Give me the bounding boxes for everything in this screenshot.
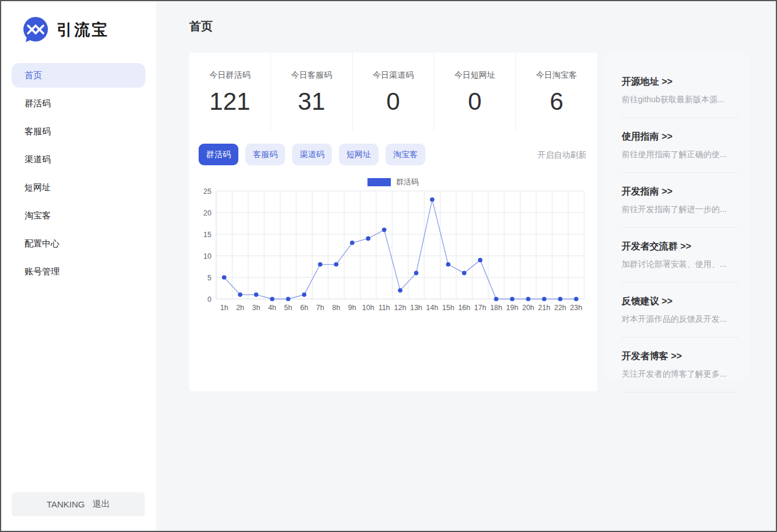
link-item-user-guide: 使用指南 >> 前往使用指南了解正确的使... [622, 118, 738, 173]
svg-text:22h: 22h [554, 304, 566, 312]
link-title[interactable]: 开发指南 >> [622, 186, 738, 198]
svg-text:20: 20 [203, 209, 211, 217]
link-title[interactable]: 开发者交流群 >> [622, 241, 738, 253]
stat-value: 0 [353, 88, 434, 116]
sidebar-item-customer-service-code[interactable]: 客服码 [12, 119, 145, 144]
link-desc: 前往使用指南了解正确的使... [622, 149, 738, 160]
svg-text:23h: 23h [570, 304, 582, 312]
stat-value: 31 [271, 88, 352, 116]
app-logo-icon [22, 17, 49, 43]
logout-label: 退出 [92, 499, 110, 510]
stat-channel-code: 今日渠道码 0 [353, 53, 435, 131]
link-title[interactable]: 反馈建议 >> [622, 295, 738, 308]
sidebar-item-taobao-affiliate[interactable]: 淘宝客 [12, 203, 145, 228]
svg-text:8h: 8h [332, 304, 340, 312]
stat-value: 121 [189, 88, 270, 116]
link-desc: 对本开源作品的反馈及开发... [622, 314, 738, 325]
svg-text:9h: 9h [348, 304, 356, 312]
link-desc: 前往开发指南了解进一步的... [622, 204, 738, 215]
svg-text:21h: 21h [538, 304, 550, 312]
link-item-dev-group: 开发者交流群 >> 加群讨论部署安装、使用、... [622, 228, 738, 283]
svg-text:10h: 10h [362, 304, 374, 312]
link-title[interactable]: 开发者博客 >> [622, 350, 738, 363]
tab-customer-service-code[interactable]: 客服码 [245, 144, 285, 165]
link-title[interactable]: 使用指南 >> [622, 131, 738, 143]
svg-text:19h: 19h [506, 304, 518, 312]
chart-tabs: 群活码 客服码 渠道码 短网址 淘宝客 [199, 144, 425, 165]
svg-text:14h: 14h [426, 304, 438, 312]
stat-taobao-affiliate: 今日淘宝客 6 [516, 53, 597, 131]
stats-row: 今日群活码 121 今日客服码 31 今日渠道码 0 今日短网址 0 今日淘宝客… [189, 53, 597, 131]
svg-text:1h: 1h [220, 304, 228, 312]
link-title[interactable]: 开源地址 >> [622, 76, 738, 88]
chart-svg: 05101520251h2h3h4h5h6h7h8h9h10h11h12h13h… [195, 187, 591, 316]
legend-label: 群活码 [396, 177, 419, 187]
link-item-opensource: 开源地址 >> 前往github获取最新版本源... [622, 63, 738, 118]
svg-text:15: 15 [203, 231, 211, 239]
svg-text:2h: 2h [236, 304, 244, 312]
sidebar-menu: 首页 群活码 客服码 渠道码 短网址 淘宝客 配置中心 账号管理 [12, 63, 145, 287]
legend-swatch [367, 178, 391, 186]
page-title: 首页 [189, 19, 213, 34]
app-window: { "app": { "name": "引流宝" }, "sidebar": {… [0, 0, 777, 532]
app-title: 引流宝 [57, 19, 109, 40]
activity-chart: 05101520251h2h3h4h5h6h7h8h9h10h11h12h13h… [195, 187, 591, 316]
stat-label: 今日客服码 [271, 70, 352, 81]
svg-text:7h: 7h [316, 304, 324, 312]
link-item-dev-blog: 开发者博客 >> 关注开发者的博客了解更多... [622, 338, 738, 392]
svg-text:16h: 16h [458, 304, 470, 312]
tab-short-url[interactable]: 短网址 [339, 144, 379, 165]
stat-value: 0 [434, 88, 515, 116]
stat-value: 6 [516, 88, 597, 116]
stat-label: 今日淘宝客 [516, 70, 597, 81]
link-desc: 加群讨论部署安装、使用、... [622, 259, 738, 270]
sidebar: 引流宝 首页 群活码 客服码 渠道码 短网址 淘宝客 配置中心 账号管理 TAN… [1, 1, 156, 531]
svg-text:10: 10 [203, 252, 211, 260]
svg-text:6h: 6h [300, 304, 308, 312]
link-desc: 前往github获取最新版本源... [622, 95, 738, 105]
link-item-dev-guide: 开发指南 >> 前往开发指南了解进一步的... [622, 173, 738, 228]
svg-text:5: 5 [207, 274, 211, 282]
link-item-feedback: 反馈建议 >> 对本开源作品的反馈及开发... [622, 283, 738, 338]
logout-button[interactable]: TANKING 退出 [12, 492, 145, 516]
svg-text:25: 25 [203, 187, 211, 196]
stat-customer-service-code: 今日客服码 31 [271, 53, 353, 131]
username-label: TANKING [47, 499, 85, 509]
app-logo: 引流宝 [22, 17, 109, 43]
svg-text:4h: 4h [268, 304, 276, 312]
svg-text:11h: 11h [379, 304, 390, 312]
links-panel: 开源地址 >> 前往github获取最新版本源... 使用指南 >> 前往使用指… [604, 53, 750, 380]
sidebar-item-short-url[interactable]: 短网址 [12, 175, 145, 200]
tab-taobao-affiliate[interactable]: 淘宝客 [386, 144, 425, 165]
chart-legend[interactable]: 群活码 [189, 177, 597, 187]
svg-text:20h: 20h [522, 304, 535, 312]
tab-channel-code[interactable]: 渠道码 [292, 144, 332, 165]
svg-text:17h: 17h [474, 304, 487, 312]
sidebar-item-home[interactable]: 首页 [12, 63, 145, 88]
auto-refresh-toggle[interactable]: 开启自动刷新 [537, 150, 587, 161]
main-area: 首页 今日群活码 121 今日客服码 31 今日渠道码 0 今日短网址 0 今日… [156, 1, 777, 531]
svg-text:18h: 18h [490, 304, 502, 312]
stat-group-live-code: 今日群活码 121 [189, 53, 271, 131]
link-desc: 关注开发者的博客了解更多... [622, 369, 738, 380]
stat-label: 今日短网址 [434, 70, 515, 81]
sidebar-item-channel-code[interactable]: 渠道码 [12, 147, 145, 172]
svg-text:0: 0 [207, 295, 211, 304]
stat-short-url: 今日短网址 0 [434, 53, 516, 131]
svg-text:5h: 5h [284, 304, 292, 312]
stat-label: 今日群活码 [189, 70, 270, 81]
sidebar-item-account-management[interactable]: 账号管理 [12, 259, 145, 284]
svg-text:12h: 12h [394, 304, 407, 312]
sidebar-item-config-center[interactable]: 配置中心 [12, 231, 145, 256]
dashboard-card: 今日群活码 121 今日客服码 31 今日渠道码 0 今日短网址 0 今日淘宝客… [189, 53, 597, 391]
svg-text:15h: 15h [442, 304, 455, 312]
stat-label: 今日渠道码 [353, 70, 434, 81]
svg-text:13h: 13h [410, 304, 422, 312]
svg-text:3h: 3h [252, 304, 261, 312]
tab-group-live-code[interactable]: 群活码 [199, 144, 238, 165]
sidebar-item-group-live-code[interactable]: 群活码 [12, 91, 145, 116]
